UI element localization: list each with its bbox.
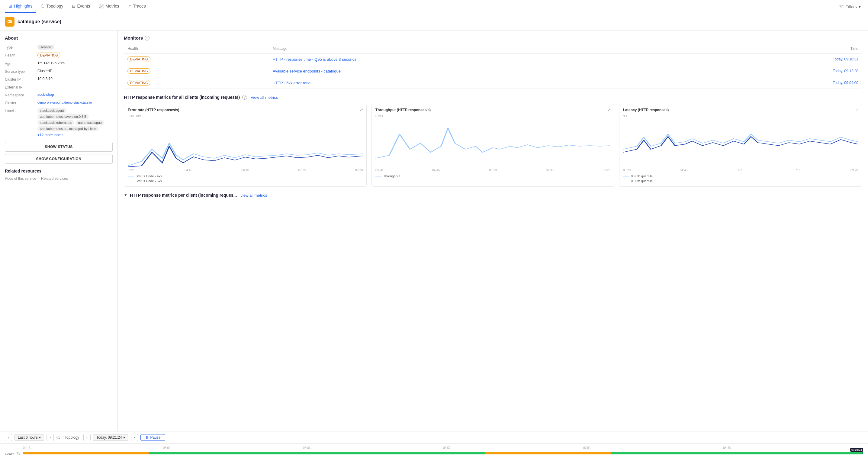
legend-4xx-line [128,176,134,177]
monitor-health-badge: DEVIATING [127,68,150,74]
timeline-current-marker [863,452,863,454]
col-message: Message [269,44,705,54]
info-age: Age 1m 14d 19h 28m [5,61,113,66]
health-help-icon[interactable]: ? [16,452,20,455]
info-labels: Labels stackpack:agent app.kubernetes.io… [5,108,113,137]
latency-title: Latency (HTTP responses) [623,108,858,112]
related-title: Related resources [5,169,113,174]
label-tag: stackpack:agent [37,108,66,113]
tab-traces[interactable]: ↗ Traces [124,0,149,13]
more-labels-link[interactable]: +12 more labels [37,133,113,137]
tab-topology[interactable]: ⬡ Topology [37,0,67,13]
health-badge: DEVIATING [37,53,60,58]
error-rate-legend: Status Code - 4xx Status Code - 5xx [128,174,363,183]
next-section-title: HTTP response metrics per client (incomi… [130,193,237,198]
error-rate-chart: Error rate (HTTP responses/s) ⤢ 0.300 rd… [124,104,367,187]
tab-events[interactable]: ⊟ Events [68,0,94,13]
metrics-icon: 📈 [98,4,103,8]
error-rate-svg [128,119,363,168]
health-track: 09:21:24 [23,452,863,455]
info-service-type: Service type ClusterIP [5,69,113,74]
throughput-x-labels: 03:20 04:45 06:10 07:35 09:20 [375,169,610,172]
chevron-down-icon: ▾ [123,435,125,439]
monitor-message-link[interactable]: HTTP - response time - Q95 is above 3 se… [273,57,357,62]
timeline-timestamps-row: 04:15 05:09 06:03 06:57 07:51 08:45 [5,445,863,451]
metrics-help-icon[interactable]: ? [242,95,247,100]
pause-button[interactable]: ⏸ Pause [141,434,165,441]
legend-5xx-line [128,181,134,181]
cluster-ip-value: 10.0.3.19 [37,77,53,81]
monitor-row: DEVIATING HTTP - response time - Q95 is … [124,54,862,65]
type-badge: service [37,45,54,50]
monitor-time[interactable]: Today, 09:18:31 [833,57,858,61]
svg-line-17 [59,438,60,439]
timeline-timestamps: 04:15 05:09 06:03 06:57 07:51 08:45 [23,446,863,450]
throughput-svg [375,119,610,168]
topology-prev-button[interactable]: ‹ [83,434,91,441]
charts-row: Error rate (HTTP responses/s) ⤢ 0.300 rd… [124,104,862,187]
expand-icon[interactable]: ⤢ [607,107,611,112]
service-type-value: ClusterIP [37,69,52,73]
namespace-link[interactable]: sock-shop [37,92,54,97]
related-columns: Pods of this service Related services [5,177,113,181]
search-icon[interactable] [56,435,60,439]
throughput-chart: Throughput (HTTP responses/s) ⤢ 6 rd/s 0… [371,104,614,187]
legend-99-line [623,181,629,181]
topology-next-button[interactable]: › [131,434,138,441]
legend-throughput-line [375,176,381,177]
main-layout: About Type service Health DEVIATING Age … [0,31,868,431]
pods-label: Pods of this service [5,177,36,181]
cluster-link[interactable]: demo-playground.demo.stackstate.io [37,101,92,104]
http-metrics-title: HTTP response metrics for all clients (i… [124,95,240,100]
legend-95-line [623,176,629,177]
latency-svg [623,119,858,168]
today-selector[interactable]: Today, 09:21:24 ▾ [93,434,128,441]
nav-tabs: ⊞ Highlights ⬡ Topology ⊟ Events 📈 Metri… [5,0,150,13]
svg-rect-2 [10,21,11,22]
info-type: Type service [5,45,113,50]
latency-legend: 0.95th quantile 0.99th quantile [623,174,858,183]
catalogue-icon [7,19,12,25]
metrics-header: HTTP response metrics for all clients (i… [124,95,862,100]
service-icon [5,17,14,27]
time-prev-button[interactable]: ‹ [5,434,12,441]
view-all-metrics-link[interactable]: View all metrics [251,95,278,100]
filters-button[interactable]: Filters ▾ [837,3,863,10]
next-section-header[interactable]: ▼ HTTP response metrics per client (inco… [124,193,862,198]
topology-label: Topology [63,434,81,441]
chevron-down-icon: ▼ [124,193,127,197]
error-rate-y-top: 0.300 rd/s [128,115,363,118]
info-external-ip: External IP [5,85,113,89]
show-configuration-button[interactable]: SHOW CONFIGURATION [5,154,113,164]
services-label: Related services [41,177,68,181]
expand-icon[interactable]: ⤢ [360,107,363,112]
throughput-legend: Throughput [375,174,610,178]
monitor-time[interactable]: Today, 09:12:28 [833,69,858,73]
next-view-all-link[interactable]: view all metrics [240,193,267,198]
health-bar: 09:21:24 [23,452,863,454]
monitor-row: DEVIATING Available service endpoints - … [124,65,862,77]
error-rate-chart-area [128,119,363,168]
time-range-selector[interactable]: Last 6 hours ▾ [14,434,44,441]
label-tag: stackpack:kubernetes [37,120,74,125]
throughput-y-top: 6 rd/s [375,115,610,118]
label-tag: app.kubernetes.io/version:0.3.5 [37,114,89,119]
latency-x-labels: 03:20 04:45 06:10 07:35 09:20 [623,169,858,172]
monitors-help-icon[interactable]: ? [145,36,150,40]
latency-y-top: 9 s [623,115,858,118]
tab-highlights[interactable]: ⊞ Highlights [5,0,36,13]
show-status-button[interactable]: SHOW STATUS [5,142,113,152]
current-time-badge: 09:21:24 [850,448,863,452]
tab-metrics[interactable]: 📈 Metrics [95,0,123,13]
top-navigation: ⊞ Highlights ⬡ Topology ⊟ Events 📈 Metri… [0,0,868,13]
error-rate-title: Error rate (HTTP responses/s) [128,108,363,112]
throughput-chart-area [375,119,610,168]
expand-icon[interactable]: ⤢ [855,107,859,112]
latency-chart: Latency (HTTP responses) ⤢ 9 s [619,104,862,187]
monitor-message-link[interactable]: Available service endpoints - catalogue [273,69,341,73]
monitor-message-link[interactable]: HTTP - 5xx error ratio [273,81,310,85]
time-next-button[interactable]: › [46,434,54,441]
info-cluster-ip: Cluster IP 10.0.3.19 [5,77,113,82]
monitor-time[interactable]: Today, 09:04:00 [833,81,858,85]
sidebar: About Type service Health DEVIATING Age … [0,31,118,431]
